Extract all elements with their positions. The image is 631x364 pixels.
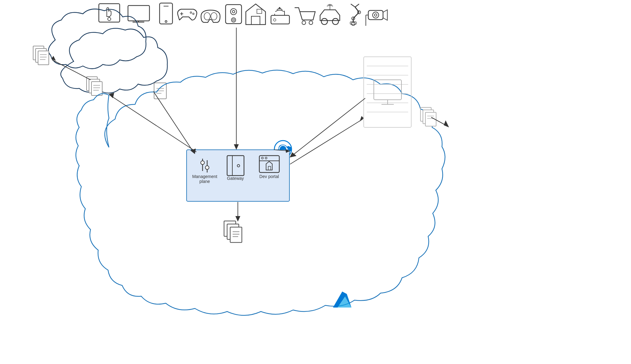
svg-point-13 [204, 13, 210, 20]
cloud2-to-apim-arrow [153, 91, 196, 154]
svg-point-42 [373, 12, 379, 18]
svg-point-19 [233, 19, 234, 21]
second-dark-cloud [61, 28, 167, 99]
touch-screen-icon [99, 4, 120, 22]
svg-point-1 [108, 17, 111, 21]
svg-point-86 [205, 166, 209, 169]
svg-line-114 [291, 98, 365, 157]
iot-to-apim-arrow [234, 28, 239, 150]
architecture-diagram: Management plane Gateway [0, 0, 631, 364]
svg-marker-107 [235, 216, 240, 222]
svg-rect-100 [230, 227, 242, 242]
svg-line-116 [290, 119, 363, 164]
svg-point-85 [201, 161, 204, 165]
svg-marker-113 [51, 56, 56, 61]
apim-to-server-arrow [290, 116, 364, 164]
svg-line-108 [153, 91, 194, 153]
svg-marker-117 [360, 116, 364, 122]
svg-line-35 [355, 4, 359, 7]
smart-home-icon [246, 4, 265, 25]
svg-point-7 [165, 21, 167, 22]
server-rack-box [364, 57, 411, 127]
azure-logo [333, 292, 351, 308]
svg-rect-3 [128, 6, 149, 21]
svg-point-25 [279, 7, 280, 8]
svg-point-43 [374, 14, 377, 16]
svg-point-18 [231, 18, 236, 22]
backend-docs-icon [224, 221, 242, 242]
right-docs-stack [420, 107, 436, 126]
svg-rect-54 [91, 82, 102, 95]
svg-line-36 [351, 4, 355, 7]
outer-dark-cloud [33, 9, 146, 69]
autonomous-car-icon [320, 4, 340, 25]
svg-rect-65 [364, 57, 411, 127]
svg-marker-105 [234, 144, 239, 150]
svg-point-29 [321, 18, 327, 25]
apim-to-db-arrow [235, 202, 240, 222]
svg-text:plane: plane [199, 179, 210, 184]
mobile-icon [160, 3, 172, 24]
svg-text:Gateway: Gateway [227, 176, 244, 181]
apim-to-cloud-arrow [109, 93, 196, 152]
monitor-icon [128, 6, 149, 22]
wifi-router-icon [271, 7, 289, 24]
svg-text:Dev portal: Dev portal [259, 174, 279, 179]
speaker-icon [226, 5, 242, 24]
robotic-arm-icon [350, 4, 361, 25]
gamepad-icon [178, 9, 197, 20]
svg-point-30 [332, 18, 339, 25]
diagram-container: Management plane Gateway [0, 0, 631, 364]
svg-point-16 [230, 9, 237, 15]
svg-rect-20 [251, 16, 260, 25]
svg-marker-119 [444, 120, 449, 127]
svg-rect-0 [99, 4, 120, 22]
vr-headset-icon [201, 10, 220, 22]
security-camera-icon [366, 10, 387, 26]
server-to-apim-arrow [290, 98, 365, 157]
svg-point-12 [193, 13, 194, 15]
svg-point-28 [309, 21, 313, 25]
svg-text:Management: Management [192, 174, 217, 179]
svg-point-26 [273, 19, 276, 21]
cloud1-to-cloud2-arrow [51, 56, 91, 80]
svg-rect-22 [271, 15, 289, 24]
svg-line-34 [355, 7, 359, 12]
svg-point-27 [302, 21, 306, 25]
apim-box: Management plane Gateway [187, 150, 289, 201]
svg-rect-21 [257, 9, 262, 14]
svg-line-110 [110, 95, 196, 152]
svg-rect-48 [38, 51, 49, 65]
shopping-cart-icon [295, 8, 315, 25]
svg-point-17 [232, 10, 235, 13]
svg-point-11 [190, 12, 192, 14]
svg-point-14 [211, 13, 217, 20]
